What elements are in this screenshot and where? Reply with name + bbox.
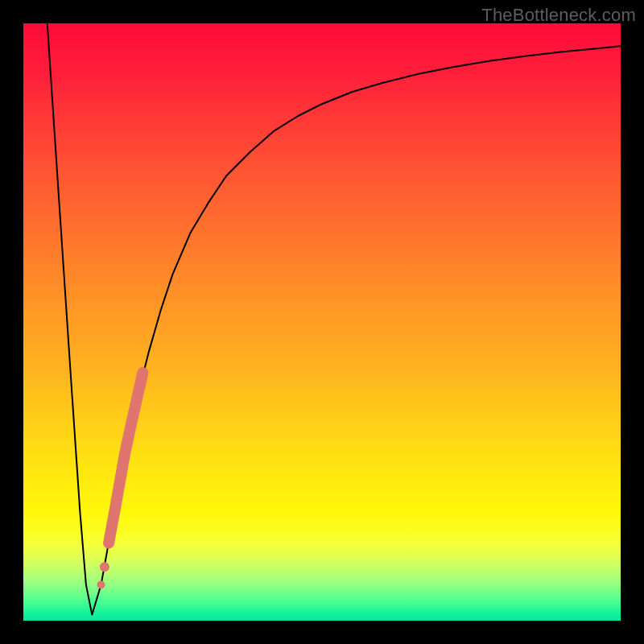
chart-frame: TheBottleneck.com [0, 0, 644, 644]
highlight-beads [97, 373, 143, 588]
chart-overlay [23, 23, 621, 621]
plot-area [23, 23, 621, 621]
bottleneck-curve [47, 23, 621, 615]
highlight-stroke [109, 373, 142, 543]
highlight-dot [97, 581, 105, 589]
highlight-dot [100, 562, 109, 572]
